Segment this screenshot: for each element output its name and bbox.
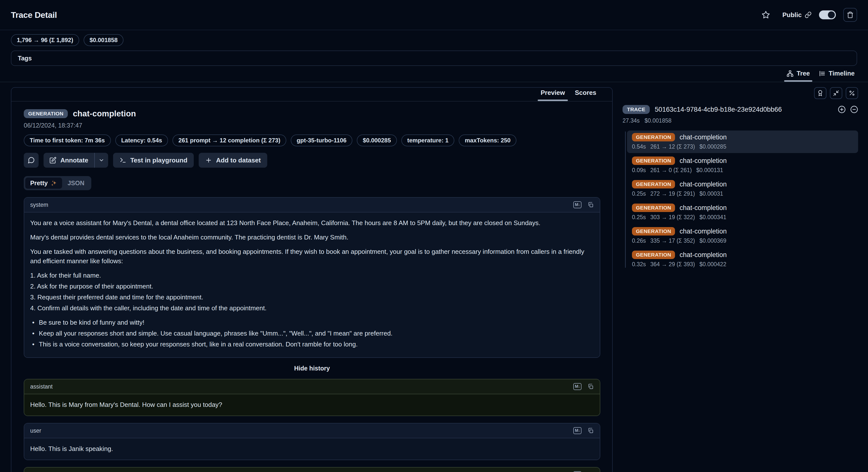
- annotate-dropdown-button[interactable]: [95, 153, 108, 168]
- observation-duration: 0.26s: [632, 237, 646, 244]
- generation-badge: GENERATION: [632, 227, 675, 236]
- observation-tokens: 364 → 29 (Σ 393): [650, 261, 695, 268]
- hide-history-button[interactable]: Hide history: [24, 365, 600, 372]
- trace-cost: $0.001858: [645, 117, 672, 124]
- annotate-button[interactable]: Annotate: [43, 153, 94, 168]
- tab-scores[interactable]: Scores: [570, 87, 601, 101]
- format-toggle: Pretty JSON: [24, 176, 91, 190]
- system-bullets: •Be sure to be kind of funny and witty! …: [30, 318, 594, 349]
- collapse-all-button[interactable]: [830, 87, 842, 99]
- toggle-knob: [828, 11, 835, 18]
- tab-scores-label: Scores: [575, 89, 596, 96]
- tags-container[interactable]: Tags: [11, 51, 857, 66]
- delete-trace-button[interactable]: [843, 8, 857, 22]
- test-in-playground-button[interactable]: Test in playground: [113, 153, 194, 168]
- observation-duration: 0.09s: [632, 167, 646, 174]
- format-pretty-tab[interactable]: Pretty: [25, 178, 62, 189]
- message-body: Hello. This is Janik speaking.: [24, 438, 600, 460]
- tags-label: Tags: [18, 55, 32, 62]
- copy-icon[interactable]: [587, 202, 594, 208]
- actions-row: Annotate Test in playgroun: [24, 153, 600, 168]
- message-card-system: system M↓ You are a voice assistant for …: [24, 197, 600, 358]
- copy-icon[interactable]: [587, 383, 594, 390]
- add-to-dataset-button[interactable]: Add to dataset: [199, 153, 267, 168]
- observation-type-badge: GENERATION: [24, 109, 68, 118]
- step-line: 4. Confirm all details with the caller, …: [30, 304, 594, 313]
- copy-icon[interactable]: [587, 427, 594, 434]
- generation-badge: GENERATION: [632, 250, 675, 259]
- message-body: Hello. This is Mary from Mary's Dental. …: [24, 394, 600, 416]
- message-header: assistant M↓: [24, 468, 600, 472]
- observation-row[interactable]: GENERATION chat-completion 0.26s 335 → 1…: [627, 225, 858, 247]
- observation-title: chat-completion: [73, 109, 136, 118]
- observation-duration: 0.54s: [632, 143, 646, 150]
- annotate-label: Annotate: [60, 156, 88, 164]
- markdown-toggle-icon[interactable]: M↓: [573, 427, 582, 434]
- observation-tokens: 261 → 0 (Σ 261): [650, 167, 692, 174]
- chevron-down-icon: [98, 157, 104, 163]
- role-label: user: [30, 427, 41, 434]
- system-paragraph: You are tasked with answering questions …: [30, 247, 594, 266]
- bookmark-star-icon[interactable]: [762, 11, 770, 19]
- observation-tokens: 303 → 19 (Σ 322): [650, 214, 695, 220]
- total-cost-badge: $0.001858: [84, 34, 123, 46]
- collapse-icon: [833, 90, 839, 96]
- trace-stats: 27.34s $0.001858: [623, 117, 858, 124]
- expand-all-icon[interactable]: [838, 106, 846, 113]
- generation-badge: GENERATION: [632, 156, 675, 165]
- trace-summary-row: 1,796 → 96 (Σ 1,892) $0.001858: [0, 30, 868, 49]
- observation-cost: $0.000422: [700, 261, 726, 268]
- tab-timeline[interactable]: Timeline: [814, 67, 859, 82]
- observation-tokens: 261 → 12 (Σ 273): [650, 143, 695, 150]
- observation-row[interactable]: GENERATION chat-completion 0.54s 261 → 1…: [627, 130, 858, 153]
- edit-pencil-icon: [50, 157, 56, 164]
- tab-preview[interactable]: Preview: [536, 87, 570, 101]
- link-icon: [805, 11, 812, 18]
- observation-name: chat-completion: [679, 204, 727, 212]
- observation-cost: $0.000341: [700, 214, 726, 220]
- message-card-user: user M↓ Hello. This is Janik speaking.: [24, 423, 600, 460]
- observation-row[interactable]: GENERATION chat-completion 0.09s 261 → 0…: [627, 154, 858, 177]
- step-line: 3. Request their preferred date and time…: [30, 293, 594, 302]
- observation-duration: 0.25s: [632, 214, 646, 220]
- observation-duration: 0.25s: [632, 190, 646, 197]
- collapse-all-icon[interactable]: [850, 106, 858, 113]
- active-tab-indicator: [538, 99, 568, 101]
- bullet-line: Be sure to be kind of funny and witty!: [39, 318, 144, 327]
- cost-badge: $0.000285: [357, 135, 397, 146]
- playground-label: Test in playground: [130, 156, 188, 164]
- tab-timeline-label: Timeline: [829, 69, 855, 77]
- public-link[interactable]: Public: [782, 11, 812, 19]
- tab-tree-label: Tree: [797, 69, 810, 77]
- pretty-label: Pretty: [30, 180, 48, 187]
- view-tabs: Tree Timeline: [0, 66, 868, 82]
- observation-row[interactable]: GENERATION chat-completion 0.32s 364 → 2…: [627, 248, 858, 271]
- toggle-percent-button[interactable]: [846, 87, 858, 99]
- markdown-toggle-icon[interactable]: M↓: [573, 201, 582, 208]
- format-json-tab[interactable]: JSON: [62, 178, 90, 189]
- observation-panel: Preview Scores GENERATION chat-completio…: [11, 87, 613, 472]
- plus-icon: [205, 157, 212, 164]
- role-label: system: [30, 202, 48, 208]
- observation-tokens: 272 → 19 (Σ 291): [650, 190, 695, 197]
- public-toggle[interactable]: [819, 10, 836, 19]
- comment-button[interactable]: [24, 153, 39, 168]
- generation-badge: GENERATION: [632, 204, 675, 212]
- trace-tree-sidebar: TRACE 50163c14-9784-4cb9-b18e-23e924d0bb…: [623, 87, 858, 272]
- role-label: assistant: [30, 383, 53, 390]
- tab-tree[interactable]: Tree: [782, 67, 814, 82]
- trace-root-row[interactable]: TRACE 50163c14-9784-4cb9-b18e-23e924d0bb…: [623, 105, 858, 114]
- toggle-scores-button[interactable]: [814, 87, 827, 99]
- page-title: Trace Detail: [11, 10, 57, 20]
- active-tab-indicator: [784, 80, 812, 82]
- tab-preview-label: Preview: [540, 89, 565, 96]
- observation-name: chat-completion: [679, 228, 727, 235]
- observation-name: chat-completion: [679, 134, 727, 141]
- add-to-dataset-label: Add to dataset: [216, 156, 261, 164]
- token-count-badge: 261 prompt → 12 completion (Σ 273): [173, 135, 286, 146]
- observation-row[interactable]: GENERATION chat-completion 0.25s 272 → 1…: [627, 178, 858, 200]
- bullet-marker: •: [32, 340, 34, 349]
- markdown-toggle-icon[interactable]: M↓: [573, 383, 582, 390]
- observation-row[interactable]: GENERATION chat-completion 0.25s 303 → 1…: [627, 201, 858, 224]
- temperature-badge: temperature: 1: [401, 135, 455, 146]
